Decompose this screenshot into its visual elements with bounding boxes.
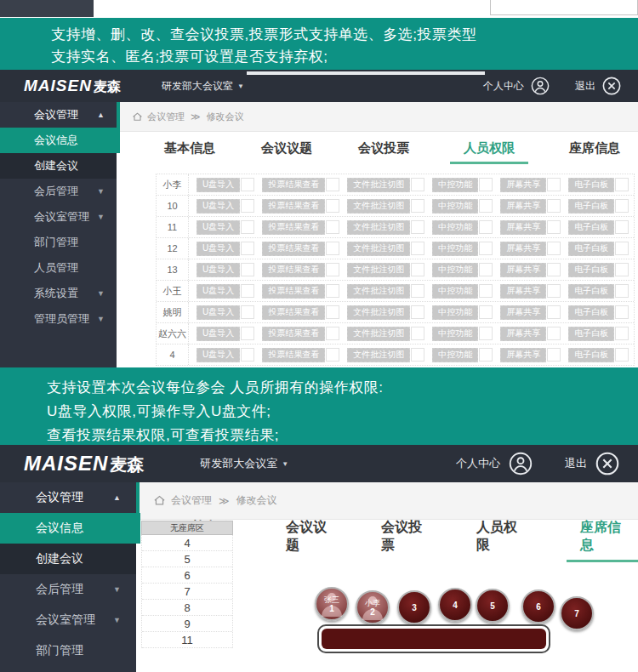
seat-circle[interactable]: 张三 1 xyxy=(315,587,349,621)
permission-checkbox[interactable] xyxy=(326,305,339,319)
sidebar-item[interactable]: 会议室管理 ▼ xyxy=(0,204,117,230)
sidebar-item[interactable]: 会议管理 ▲ xyxy=(0,482,136,513)
permission-checkbox[interactable] xyxy=(547,220,561,234)
sidebar-item[interactable]: 会后管理 ▼ xyxy=(0,179,117,204)
permission-checkbox[interactable] xyxy=(479,220,493,234)
sidebar-item[interactable]: 部门管理 xyxy=(0,635,136,666)
permission-checkbox[interactable] xyxy=(479,178,493,191)
seat-circle[interactable]: 6 xyxy=(521,589,555,624)
permission-checkbox[interactable] xyxy=(479,263,493,276)
permission-checkbox[interactable] xyxy=(479,348,493,362)
sidebar-item[interactable]: 会议管理 ▲ xyxy=(0,102,117,128)
room-selector[interactable]: 研发部大会议室 ▼ xyxy=(200,456,288,471)
close-icon[interactable] xyxy=(602,77,621,95)
permission-checkbox[interactable] xyxy=(241,284,254,298)
permission-checkbox[interactable] xyxy=(411,199,424,213)
no-seat-row[interactable]: 9 xyxy=(142,616,232,632)
permission-checkbox[interactable] xyxy=(411,305,424,319)
breadcrumb-section[interactable]: 会议管理 xyxy=(147,111,185,123)
permission-checkbox[interactable] xyxy=(241,178,254,191)
seat-circle[interactable]: 7 xyxy=(560,596,594,630)
sidebar-item[interactable]: 会后管理 ▼ xyxy=(0,574,136,605)
profile-link[interactable]: 个人中心 xyxy=(456,456,500,471)
logout-link[interactable]: 退出 xyxy=(565,456,587,471)
tab[interactable]: 会议投票 xyxy=(376,514,430,562)
sidebar-item[interactable]: 会议室管理 ▼ xyxy=(0,605,136,635)
tab[interactable]: 会议议题 xyxy=(281,514,335,562)
user-icon[interactable] xyxy=(531,77,550,95)
permission-checkbox[interactable] xyxy=(241,263,254,276)
permission-checkbox[interactable] xyxy=(615,327,629,340)
sidebar-item[interactable]: 人员管理 xyxy=(0,666,136,672)
seat-circle[interactable]: 4 xyxy=(438,588,472,622)
permission-checkbox[interactable] xyxy=(241,327,254,340)
permission-checkbox[interactable] xyxy=(326,284,339,298)
no-seat-row[interactable]: 7 xyxy=(142,584,232,600)
permission-checkbox[interactable] xyxy=(615,284,629,298)
permission-checkbox[interactable] xyxy=(547,305,561,319)
permission-checkbox[interactable] xyxy=(326,242,339,255)
home-icon[interactable] xyxy=(153,494,166,507)
close-icon[interactable] xyxy=(595,452,619,476)
permission-checkbox[interactable] xyxy=(241,348,254,362)
no-seat-row[interactable]: 6 xyxy=(142,567,232,584)
seat-circle[interactable]: 小李 2 xyxy=(356,590,390,624)
permission-checkbox[interactable] xyxy=(411,327,424,340)
permission-checkbox[interactable] xyxy=(615,220,629,234)
tab[interactable]: 座席信息 xyxy=(564,135,625,164)
sidebar-item[interactable]: 创建会议 xyxy=(0,544,136,574)
permission-checkbox[interactable] xyxy=(547,242,561,255)
permission-checkbox[interactable] xyxy=(241,242,254,255)
logout-link[interactable]: 退出 xyxy=(575,79,595,94)
permission-checkbox[interactable] xyxy=(615,263,629,276)
permission-checkbox[interactable] xyxy=(326,327,339,340)
home-icon[interactable] xyxy=(132,111,143,122)
sidebar-item[interactable]: 管理员管理 ▼ xyxy=(0,306,117,332)
permission-checkbox[interactable] xyxy=(479,284,493,298)
room-selector[interactable]: 研发部大会议室 ▼ xyxy=(162,79,244,94)
sidebar-item[interactable]: 人员管理 xyxy=(0,255,117,281)
permission-checkbox[interactable] xyxy=(326,199,339,213)
sidebar-item[interactable]: 部门管理 xyxy=(0,230,117,255)
breadcrumb-section[interactable]: 会议管理 xyxy=(171,493,212,508)
permission-checkbox[interactable] xyxy=(326,348,339,362)
permission-checkbox[interactable] xyxy=(411,178,424,191)
tab[interactable]: 会议议题 xyxy=(256,135,317,164)
no-seat-row[interactable]: 11 xyxy=(142,632,232,648)
permission-checkbox[interactable] xyxy=(479,305,493,319)
tab[interactable]: 人员权限 xyxy=(471,514,526,562)
permission-checkbox[interactable] xyxy=(241,220,254,234)
permission-checkbox[interactable] xyxy=(547,263,561,276)
permission-checkbox[interactable] xyxy=(615,305,629,319)
permission-checkbox[interactable] xyxy=(479,327,493,340)
permission-checkbox[interactable] xyxy=(479,242,493,255)
no-seat-row[interactable]: 5 xyxy=(142,551,232,567)
permission-checkbox[interactable] xyxy=(326,220,339,234)
permission-checkbox[interactable] xyxy=(615,178,629,191)
permission-checkbox[interactable] xyxy=(547,284,561,298)
tab[interactable]: 会议投票 xyxy=(353,135,414,164)
tab[interactable]: 座席信息 xyxy=(567,514,638,562)
seat-circle[interactable]: 3 xyxy=(397,590,431,624)
permission-checkbox[interactable] xyxy=(326,263,339,276)
tab[interactable]: 人员权限 xyxy=(450,135,528,164)
sidebar-item[interactable]: 系统设置 ▼ xyxy=(0,281,117,306)
permission-checkbox[interactable] xyxy=(547,348,561,362)
permission-checkbox[interactable] xyxy=(615,242,629,255)
permission-checkbox[interactable] xyxy=(547,199,561,213)
profile-link[interactable]: 个人中心 xyxy=(483,79,524,94)
permission-checkbox[interactable] xyxy=(615,348,629,362)
no-seat-row[interactable]: 8 xyxy=(142,600,232,616)
permission-checkbox[interactable] xyxy=(241,199,254,213)
sidebar-item[interactable]: 会议信息 xyxy=(0,128,120,153)
permission-checkbox[interactable] xyxy=(411,348,424,362)
user-icon[interactable] xyxy=(509,452,533,476)
permission-checkbox[interactable] xyxy=(411,263,424,276)
permission-checkbox[interactable] xyxy=(411,220,424,234)
sidebar-item[interactable]: 创建会议 xyxy=(0,153,117,179)
permission-checkbox[interactable] xyxy=(479,199,493,213)
permission-checkbox[interactable] xyxy=(547,178,561,191)
permission-checkbox[interactable] xyxy=(411,284,424,298)
tab[interactable]: 基本信息 xyxy=(159,135,220,164)
sidebar-item[interactable]: 会议信息 xyxy=(0,513,140,544)
